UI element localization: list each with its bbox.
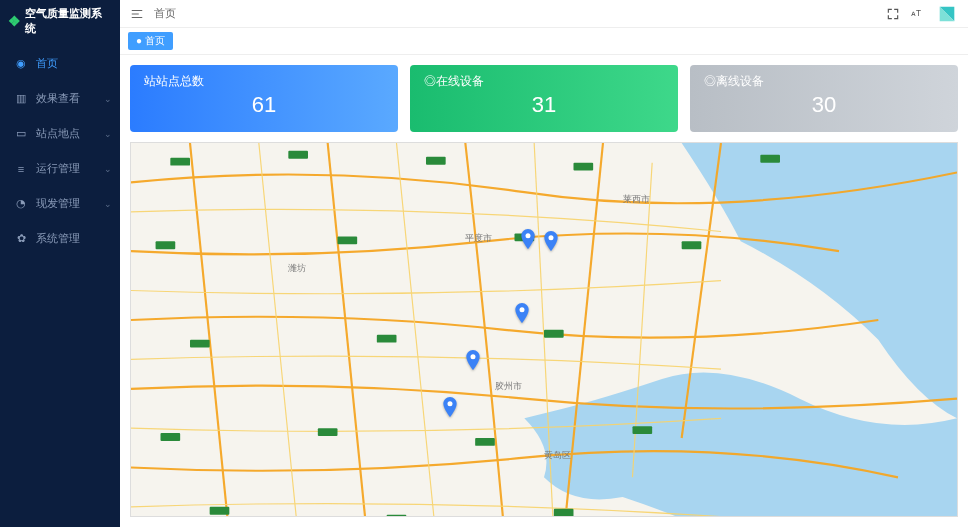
gear-icon: ✿ <box>14 232 28 245</box>
sidebar-item-label: 效果查看 <box>36 91 80 106</box>
sidebar-item-4[interactable]: ◔现发管理⌄ <box>0 186 120 221</box>
sidebar-item-label: 运行管理 <box>36 161 80 176</box>
svg-rect-3 <box>288 151 308 159</box>
chevron-down-icon: ⌄ <box>104 164 112 174</box>
svg-point-29 <box>470 354 475 359</box>
map-pin-2[interactable] <box>515 303 529 323</box>
ops-icon: ≡ <box>14 163 28 175</box>
main-region: 首页 ᴀT ● 首页 站站点总数61◎在线设备31◎离线设备30 <box>120 0 968 527</box>
sidebar-item-5[interactable]: ✿系统管理 <box>0 221 120 256</box>
chevron-down-icon: ⌄ <box>104 199 112 209</box>
svg-text:平度市: 平度市 <box>465 233 492 243</box>
svg-point-26 <box>525 233 530 238</box>
sidebar-item-label: 首页 <box>36 56 58 71</box>
map-pin-1[interactable] <box>544 231 558 251</box>
map-canvas: 潍坊 平度市 莱西市 胶州市 黄岛区 <box>131 143 957 517</box>
avatar[interactable] <box>936 3 958 25</box>
svg-rect-19 <box>387 515 407 517</box>
tabs-bar: ● 首页 <box>120 28 968 55</box>
stat-label: ◎在线设备 <box>424 73 664 90</box>
map-pin-3[interactable] <box>466 350 480 370</box>
svg-rect-6 <box>760 155 780 163</box>
svg-rect-18 <box>210 507 230 515</box>
tab-home[interactable]: ● 首页 <box>128 32 173 50</box>
sidebar-item-label: 现发管理 <box>36 196 80 211</box>
svg-rect-12 <box>377 335 397 343</box>
map-pin-0[interactable] <box>521 229 535 249</box>
svg-rect-14 <box>160 433 180 441</box>
svg-text:潍坊: 潍坊 <box>288 263 306 273</box>
alarm-icon: ◔ <box>14 197 28 210</box>
nav: ◉首页▥效果查看⌄▭站点地点⌄≡运行管理⌄◔现发管理⌄✿系统管理 <box>0 42 120 256</box>
stat-card-2[interactable]: ◎离线设备30 <box>690 65 958 132</box>
sidebar-item-3[interactable]: ≡运行管理⌄ <box>0 151 120 186</box>
dashboard-icon: ◉ <box>14 57 28 70</box>
collapse-sidebar-icon[interactable] <box>130 7 144 21</box>
svg-rect-16 <box>475 438 495 446</box>
app-logo: ❖ 空气质量监测系统 <box>0 0 120 42</box>
sidebar-item-2[interactable]: ▭站点地点⌄ <box>0 116 120 151</box>
svg-point-27 <box>549 235 554 240</box>
leaf-icon: ❖ <box>8 13 21 29</box>
svg-point-28 <box>520 308 525 313</box>
svg-text:ᴀT: ᴀT <box>911 9 921 18</box>
svg-point-30 <box>448 401 453 406</box>
svg-text:黄岛区: 黄岛区 <box>544 450 571 460</box>
svg-rect-5 <box>573 163 593 171</box>
stat-label: ◎离线设备 <box>704 73 944 90</box>
chevron-down-icon: ⌄ <box>104 129 112 139</box>
svg-rect-7 <box>156 241 176 249</box>
sidebar-item-label: 系统管理 <box>36 231 80 246</box>
content: 站站点总数61◎在线设备31◎离线设备30 <box>120 55 968 527</box>
svg-rect-15 <box>318 428 338 436</box>
sidebar-item-1[interactable]: ▥效果查看⌄ <box>0 81 120 116</box>
svg-rect-13 <box>544 330 564 338</box>
stat-card-1[interactable]: ◎在线设备31 <box>410 65 678 132</box>
svg-rect-17 <box>632 426 652 434</box>
svg-text:莱西市: 莱西市 <box>623 194 650 204</box>
stat-card-0[interactable]: 站站点总数61 <box>130 65 398 132</box>
svg-rect-2 <box>170 158 190 166</box>
map-pin-4[interactable] <box>443 397 457 417</box>
fullscreen-icon[interactable] <box>886 7 900 21</box>
sidebar-item-label: 站点地点 <box>36 126 80 141</box>
svg-rect-10 <box>682 241 702 249</box>
bars-icon: ▥ <box>14 92 28 105</box>
stats-row: 站站点总数61◎在线设备31◎离线设备30 <box>130 65 958 132</box>
svg-rect-8 <box>337 236 357 244</box>
map[interactable]: 潍坊 平度市 莱西市 胶州市 黄岛区 <box>130 142 958 517</box>
svg-rect-4 <box>426 157 446 165</box>
chevron-down-icon: ⌄ <box>104 94 112 104</box>
svg-rect-11 <box>190 340 210 348</box>
app-title: 空气质量监测系统 <box>25 6 112 36</box>
sidebar-item-0[interactable]: ◉首页 <box>0 46 120 81</box>
header: 首页 ᴀT <box>120 0 968 28</box>
svg-text:胶州市: 胶州市 <box>495 381 522 391</box>
font-size-icon[interactable]: ᴀT <box>910 7 926 21</box>
svg-rect-20 <box>554 509 574 517</box>
stat-value: 30 <box>704 92 944 118</box>
breadcrumb: 首页 <box>154 6 176 21</box>
sidebar: ❖ 空气质量监测系统 ◉首页▥效果查看⌄▭站点地点⌄≡运行管理⌄◔现发管理⌄✿系… <box>0 0 120 527</box>
stat-label: 站站点总数 <box>144 73 384 90</box>
stat-value: 31 <box>424 92 664 118</box>
site-icon: ▭ <box>14 127 28 140</box>
stat-value: 61 <box>144 92 384 118</box>
